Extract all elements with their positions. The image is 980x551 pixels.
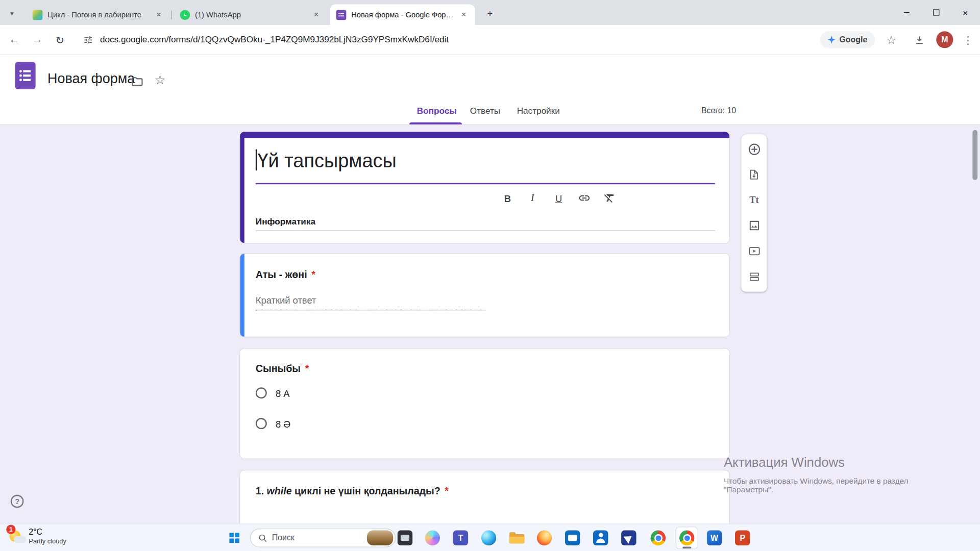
required-asterisk: * xyxy=(445,485,449,496)
whatsapp-icon xyxy=(180,10,190,20)
taskbar-app-file-explorer[interactable] xyxy=(506,527,528,549)
browser-tab-1[interactable]: Цикл - Погоня в лабиринте × xyxy=(26,5,170,25)
taskbar-app-outlook[interactable] xyxy=(561,527,584,549)
question-card-3[interactable]: 1. while циклі не үшін қолданылады?* xyxy=(239,470,730,523)
weather-widget[interactable]: 1 2°C Partly cloudy xyxy=(0,524,69,551)
radio-icon[interactable] xyxy=(256,418,267,429)
taskbar-app-powerpoint[interactable]: P xyxy=(731,527,754,549)
taskbar-app-firefox[interactable] xyxy=(533,527,555,549)
star-form-button[interactable]: ☆ xyxy=(152,72,168,88)
tab-questions[interactable]: Вопросы xyxy=(417,97,457,124)
taskbar-app-edge[interactable] xyxy=(478,527,500,549)
taskbar-app-copilot[interactable] xyxy=(421,527,444,549)
question-card-2[interactable]: Сыныбы* 8 А 8 Ә xyxy=(239,348,730,459)
maximize-button[interactable] xyxy=(921,0,951,25)
underline-button[interactable]: U xyxy=(550,189,568,207)
page-scrollbar[interactable] xyxy=(972,130,977,180)
radio-option-2[interactable]: 8 Ә xyxy=(256,418,290,429)
question-title-text: Аты - жөні xyxy=(256,269,307,280)
taskbar-app-chrome-active[interactable] xyxy=(676,527,698,549)
sparkle-icon xyxy=(827,36,836,44)
people-icon xyxy=(593,531,608,545)
taskbar-app-chrome[interactable] xyxy=(647,527,669,549)
weather-temp: 2°C xyxy=(29,527,42,536)
clear-formatting-button[interactable] xyxy=(601,189,618,207)
close-icon[interactable]: × xyxy=(311,10,322,20)
add-video-button[interactable] xyxy=(741,239,767,263)
minimize-button[interactable]: ─ xyxy=(892,0,921,25)
move-folder-button[interactable] xyxy=(129,73,145,89)
windows-logo-icon xyxy=(235,539,239,543)
form-description[interactable]: Информатика xyxy=(256,216,315,227)
text-style-icon: Tt xyxy=(749,195,758,206)
form-title-text: Үй тапсырмасы xyxy=(257,150,396,172)
question-title[interactable]: 1. while циклі не үшін қолданылады?* xyxy=(256,485,449,496)
reload-button[interactable]: ↻ xyxy=(50,30,71,51)
add-title-button[interactable]: Tt xyxy=(741,188,767,212)
add-question-button[interactable] xyxy=(741,138,767,162)
browser-tab-3-active[interactable]: Новая форма - Google Формы × xyxy=(330,5,475,25)
close-icon: × xyxy=(963,7,968,18)
browser-menu-button[interactable]: ⋮ xyxy=(960,32,976,48)
radio-icon[interactable] xyxy=(256,387,267,398)
back-button[interactable]: ← xyxy=(4,30,25,51)
close-window-button[interactable]: × xyxy=(950,0,980,25)
import-questions-button[interactable] xyxy=(741,163,767,187)
selected-left-bar xyxy=(240,254,244,337)
outlook-icon xyxy=(565,531,580,545)
form-title-input[interactable]: Үй тапсырмасы xyxy=(256,149,397,172)
google-chip[interactable]: Google xyxy=(820,31,875,48)
question-title[interactable]: Сыныбы* xyxy=(256,363,309,374)
address-bar[interactable]: docs.google.com/forms/d/1QQzvQwBOku-_1P4… xyxy=(100,25,449,55)
forward-button[interactable]: → xyxy=(27,30,48,51)
video-icon xyxy=(748,245,760,257)
taskbar-app-desktop[interactable] xyxy=(394,527,416,549)
mail-app-icon xyxy=(621,531,636,545)
download-icon xyxy=(914,34,925,45)
radio-option-1[interactable]: 8 А xyxy=(256,387,290,398)
browser-tab-strip: ▾ Цикл - Погоня в лабиринте × (1) WhatsA… xyxy=(0,0,980,25)
tab-search-button[interactable]: ▾ xyxy=(5,6,19,20)
chevron-down-icon: ▾ xyxy=(10,9,14,17)
new-tab-button[interactable]: + xyxy=(482,6,497,20)
downloads-button[interactable] xyxy=(911,32,927,48)
close-icon[interactable]: × xyxy=(154,10,164,20)
windows-activation-watermark: Активация Windows Чтобы активировать Win… xyxy=(724,455,908,494)
add-image-button[interactable] xyxy=(741,214,767,238)
site-info-button[interactable] xyxy=(79,31,97,49)
link-icon xyxy=(578,192,591,204)
form-header-card[interactable]: Үй тапсырмасы B I U Информатика xyxy=(239,131,730,243)
search-placeholder: Поиск xyxy=(272,529,295,546)
taskbar-app-teams[interactable]: T xyxy=(449,527,472,549)
taskbar-app-people[interactable] xyxy=(590,527,612,549)
chrome-icon xyxy=(679,531,694,545)
bold-button[interactable]: B xyxy=(499,189,516,207)
folder-icon xyxy=(130,74,143,88)
start-button[interactable] xyxy=(229,533,239,543)
help-button[interactable]: ? xyxy=(11,495,24,508)
italic-button[interactable]: I xyxy=(524,189,541,207)
required-asterisk: * xyxy=(311,269,315,280)
add-circle-icon xyxy=(747,143,761,157)
short-answer-placeholder: Краткий ответ xyxy=(256,295,316,306)
underline-icon: U xyxy=(555,193,562,204)
close-icon[interactable]: × xyxy=(459,10,469,20)
taskbar-app-mail[interactable] xyxy=(618,527,640,549)
browser-tab-2[interactable]: (1) WhatsApp × xyxy=(174,5,327,25)
forward-icon: → xyxy=(32,34,43,46)
form-doc-title[interactable]: Новая форма xyxy=(47,70,135,87)
taskbar-search-box[interactable]: Поиск xyxy=(250,529,396,547)
dark-app-icon xyxy=(398,531,412,545)
insert-link-button[interactable] xyxy=(576,189,593,207)
question-number: 1. xyxy=(256,485,267,496)
add-section-button[interactable] xyxy=(741,265,767,289)
google-forms-logo[interactable] xyxy=(15,62,35,92)
question-title[interactable]: Аты - жөні* xyxy=(256,269,315,281)
taskbar-app-word[interactable]: W xyxy=(703,527,726,549)
tab-settings[interactable]: Настройки xyxy=(517,97,560,124)
search-highlight-image[interactable] xyxy=(367,531,393,545)
browser-profile-avatar[interactable]: M xyxy=(936,31,953,48)
tab-answers[interactable]: Ответы xyxy=(470,97,500,124)
bookmark-star-button[interactable]: ☆ xyxy=(884,33,898,47)
question-card-1[interactable]: Аты - жөні* Краткий ответ xyxy=(239,253,730,337)
